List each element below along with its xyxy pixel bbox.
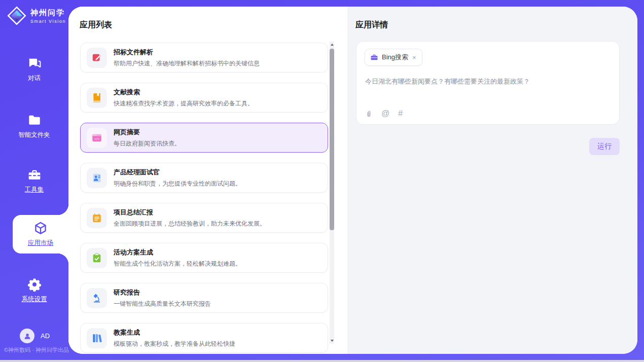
app-list: 招标文件解析 帮助用户快速、准确地理解和解析招标书中的关键信息 文献搜索 快速精… — [80, 43, 328, 354]
query-input[interactable]: 今日湖北有哪些新闻要点？有哪些需要关注的最新政策？ — [365, 77, 609, 86]
app-description: 明确身份和职责，为您提供专业性的面试问题。 — [114, 179, 241, 188]
book-icon — [87, 88, 107, 108]
user-account[interactable]: AD — [20, 329, 50, 343]
sidebar: 神州问学 Smart Vision 对话 智能文件夹 工具集 应用市场 — [0, 0, 68, 360]
scroll-down-arrow-icon — [331, 340, 334, 342]
cube-icon — [33, 221, 48, 235]
person-icon — [23, 332, 31, 340]
app-description: 每日政府新闻资讯快查。 — [114, 139, 181, 148]
scroll-down-button[interactable] — [330, 338, 334, 344]
edit-doc-icon — [87, 48, 107, 68]
at-icon[interactable]: @ — [381, 110, 389, 118]
run-button[interactable]: 运行 — [589, 138, 620, 155]
app-list-title: 应用列表 — [80, 20, 112, 30]
list-item-web-summary[interactable]: </> 网页摘要 每日政府新闻资讯快查。 — [80, 123, 328, 153]
app-title: 项目总结汇报 — [114, 208, 266, 217]
copyright-footer: ©神州数码 · 神州问学出品 — [4, 346, 69, 354]
app-list-panel: 应用列表 招标文件解析 帮助用户快速、准确地理解和解析招标书中的关键信息 文献搜… — [68, 7, 347, 354]
clipboard-check-icon — [87, 248, 107, 268]
app-description: 帮助用户快速、准确地理解和解析招标书中的关键信息 — [114, 59, 260, 68]
app-title: 活动方案生成 — [114, 248, 241, 257]
briefcase-icon — [370, 53, 378, 61]
app-logo: 神州问学 Smart Vision — [7, 6, 66, 25]
research-icon — [87, 288, 107, 308]
list-item-bid-analysis[interactable]: 招标文件解析 帮助用户快速、准确地理解和解析招标书中的关键信息 — [80, 43, 328, 73]
list-item-pm-interviewer[interactable]: 产品经理面试官 明确身份和职责，为您提供专业性的面试问题。 — [80, 163, 328, 193]
list-item-project-summary[interactable]: 项目总结汇报 全面回顾项目进展，总结经验教训，助力未来优化发展。 — [80, 203, 328, 233]
avatar — [20, 329, 34, 343]
sidebar-item-label: 系统设置 — [22, 295, 47, 304]
sidebar-item-smart-folders[interactable]: 智能文件夹 — [0, 107, 68, 145]
sidebar-item-settings[interactable]: 系统设置 — [0, 272, 68, 309]
sidebar-item-chat[interactable]: 对话 — [0, 51, 68, 88]
app-description: 一键智能生成高质量长文本研究报告 — [114, 300, 211, 308]
tool-tag-bing-search[interactable]: Bing搜索 × — [365, 49, 422, 66]
chat-icon — [27, 56, 42, 70]
app-description: 全面回顾项目进展，总结经验教训，助力未来优化发展。 — [114, 220, 266, 228]
sidebar-item-label: 应用市场 — [28, 239, 53, 247]
gear-icon — [27, 277, 42, 292]
input-toolbar: @ # — [365, 110, 403, 118]
paperclip-icon[interactable] — [365, 110, 373, 118]
browser-code-icon: </> — [87, 128, 107, 148]
scroll-thumb[interactable] — [330, 49, 334, 230]
bottom-strip — [0, 360, 644, 362]
tag-close-icon[interactable]: × — [412, 54, 417, 61]
user-initials: AD — [41, 332, 50, 340]
sidebar-item-toolset[interactable]: 工具集 — [0, 162, 68, 200]
list-item-event-plan[interactable]: 活动方案生成 智能生成个性化活动方案，轻松解决规划难题。 — [80, 243, 328, 273]
app-title: 招标文件解析 — [114, 48, 260, 57]
app-title: 网页摘要 — [114, 128, 181, 137]
list-item-research-report[interactable]: 研究报告 一键智能生成高质量长文本研究报告 — [80, 283, 328, 313]
main-container: 应用列表 招标文件解析 帮助用户快速、准确地理解和解析招标书中的关键信息 文献搜… — [68, 7, 637, 354]
books-icon — [87, 328, 107, 348]
sidebar-item-label: 工具集 — [25, 186, 44, 194]
brand-name: 神州问学 — [30, 8, 66, 18]
prompt-card: Bing搜索 × 今日湖北有哪些新闻要点？有哪些需要关注的最新政策？ @ # — [356, 41, 620, 125]
scroll-up-button[interactable] — [330, 42, 334, 48]
app-description: 模板驱动，教案秒成，教学准备从此轻松快捷 — [114, 340, 235, 348]
svg-text:</>: </> — [94, 136, 100, 140]
list-item-lesson-plan[interactable]: 教案生成 模板驱动，教案秒成，教学准备从此轻松快捷 — [80, 323, 328, 353]
scroll-up-arrow-icon — [331, 44, 334, 46]
hash-icon[interactable]: # — [398, 110, 403, 118]
scrollbar[interactable] — [330, 42, 334, 344]
interviewer-icon — [87, 168, 107, 188]
app-description: 智能生成个性化活动方案，轻松解决规划难题。 — [114, 260, 241, 268]
report-calendar-icon — [87, 208, 107, 228]
sidebar-item-app-market[interactable]: 应用市场 — [13, 215, 68, 254]
app-title: 产品经理面试官 — [114, 168, 241, 177]
toolbox-icon — [27, 168, 42, 182]
tool-tag-label: Bing搜索 — [382, 53, 408, 62]
app-detail-panel: 应用详情 Bing搜索 × 今日湖北有哪些新闻要点？有哪些需要关注的最新政策？ … — [347, 7, 637, 354]
app-title: 文献搜索 — [114, 88, 254, 97]
sidebar-item-label: 对话 — [28, 74, 41, 83]
diamond-logo-icon — [7, 6, 26, 25]
brand-subtitle: Smart Vision — [30, 19, 66, 24]
app-title: 研究报告 — [114, 288, 211, 297]
app-description: 快速精准查找学术资源，提高研究效率的必备工具。 — [114, 99, 254, 108]
folder-icon — [27, 113, 42, 127]
app-title: 教案生成 — [114, 328, 235, 337]
list-item-literature-search[interactable]: 文献搜索 快速精准查找学术资源，提高研究效率的必备工具。 — [80, 83, 328, 113]
sidebar-item-label: 智能文件夹 — [18, 131, 50, 139]
app-detail-title: 应用详情 — [355, 20, 388, 30]
